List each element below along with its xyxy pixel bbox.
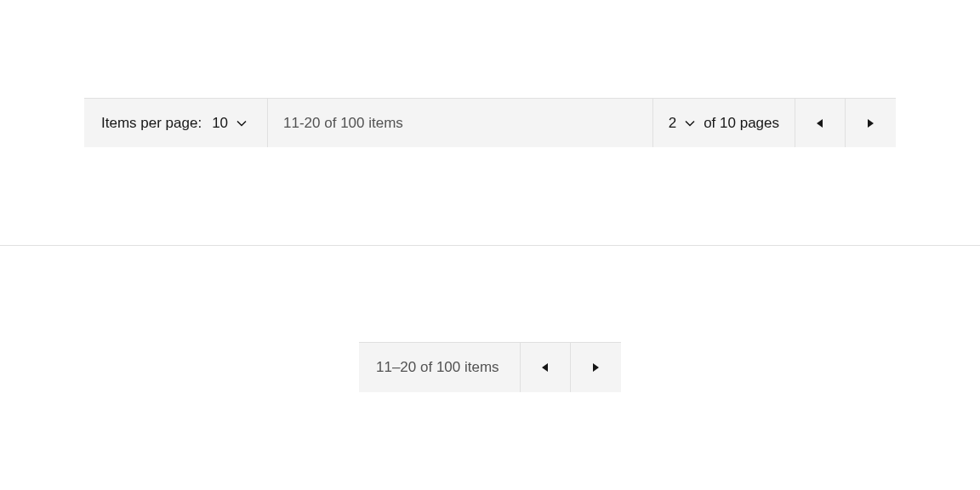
chevron-down-icon xyxy=(685,120,695,127)
page-value: 2 xyxy=(669,115,676,132)
caret-right-icon xyxy=(868,119,875,128)
pagination-mini: 11–20 of 100 items xyxy=(359,342,621,392)
next-page-button[interactable] xyxy=(846,99,896,147)
pagination-mini-container: 11–20 of 100 items xyxy=(359,342,621,392)
items-per-page-select[interactable]: 10 xyxy=(208,115,250,132)
page-of-label: of 10 pages xyxy=(704,115,779,132)
pagination-full-container: Items per page: 10 11-20 of 100 items 2 xyxy=(84,98,896,147)
section-divider xyxy=(0,245,980,246)
mini-item-range-text: 11–20 of 100 items xyxy=(359,343,521,392)
items-per-page-label: Items per page: xyxy=(101,115,202,132)
caret-right-icon xyxy=(593,363,600,372)
caret-left-icon xyxy=(817,119,823,128)
caret-left-icon xyxy=(542,363,549,372)
page-section: 2 of 10 pages xyxy=(653,99,795,147)
chevron-down-icon xyxy=(236,120,247,127)
items-per-page-section: Items per page: 10 xyxy=(84,99,268,147)
mini-next-page-button[interactable] xyxy=(571,343,621,392)
mini-previous-page-button[interactable] xyxy=(521,343,571,392)
previous-page-button[interactable] xyxy=(795,99,846,147)
page-select[interactable]: 2 xyxy=(669,115,695,132)
item-range-text: 11-20 of 100 items xyxy=(268,99,653,147)
items-per-page-value: 10 xyxy=(212,115,228,132)
pagination-full: Items per page: 10 11-20 of 100 items 2 xyxy=(84,98,896,147)
